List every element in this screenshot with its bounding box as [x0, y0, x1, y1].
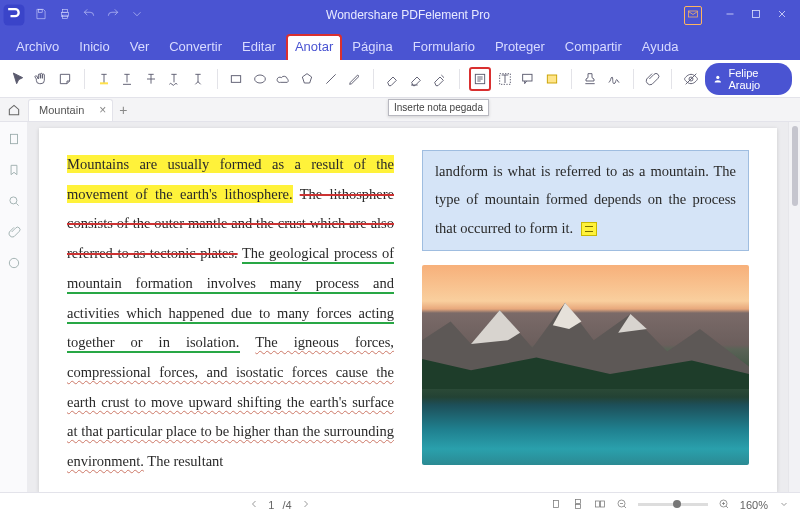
pdf-page: Mountains are usually formed as a result… [39, 128, 777, 492]
menu-ver[interactable]: Ver [120, 34, 160, 60]
app-window: Wondershare PDFelement Pro Archivo Inici… [0, 0, 800, 516]
zoom-out-icon[interactable] [616, 498, 628, 512]
print-icon[interactable] [58, 7, 72, 24]
zoom-slider[interactable] [638, 503, 708, 506]
dropdown-icon[interactable] [130, 7, 144, 24]
hand-tool-icon[interactable] [32, 67, 52, 91]
rect-shape-icon[interactable] [227, 67, 247, 91]
svg-rect-16 [10, 134, 17, 143]
svg-point-15 [716, 75, 719, 78]
menu-archivo[interactable]: Archivo [6, 34, 69, 60]
area-highlight-icon[interactable] [542, 67, 562, 91]
scrollbar-thumb[interactable] [792, 126, 798, 206]
signature-icon[interactable] [604, 67, 624, 91]
menu-compartir[interactable]: Compartir [555, 34, 632, 60]
tab-close-icon[interactable]: × [99, 103, 106, 117]
sticky-note-annotation-icon[interactable] [581, 222, 597, 236]
eraser-1-icon[interactable] [383, 67, 403, 91]
pencil-icon[interactable] [345, 67, 365, 91]
left-sidebar [0, 122, 28, 492]
sticky-note-icon[interactable] [55, 67, 75, 91]
undo-icon[interactable] [82, 7, 96, 24]
hide-annotations-icon[interactable] [681, 67, 701, 91]
svg-rect-8 [232, 75, 241, 82]
menu-convertir[interactable]: Convertir [159, 34, 232, 60]
view-facing-icon[interactable] [594, 498, 606, 512]
user-badge[interactable]: Felipe Araujo [705, 63, 792, 95]
next-page-icon[interactable] [300, 498, 312, 512]
svg-rect-5 [689, 11, 698, 17]
svg-rect-1 [39, 9, 43, 12]
zoom-in-icon[interactable] [718, 498, 730, 512]
callout-icon[interactable] [519, 67, 539, 91]
thumbnails-icon[interactable] [7, 132, 21, 149]
save-icon[interactable] [34, 7, 48, 24]
selected-text-box[interactable]: landform is what is referred to as a mou… [422, 150, 749, 251]
strike-text-icon[interactable] [141, 67, 161, 91]
menu-formulario[interactable]: Formulario [403, 34, 485, 60]
page-current[interactable]: 1 [268, 499, 274, 511]
svg-rect-25 [575, 499, 580, 503]
menu-ayuda[interactable]: Ayuda [632, 34, 689, 60]
line-shape-icon[interactable] [321, 67, 341, 91]
eraser-2-icon[interactable] [407, 67, 427, 91]
polygon-shape-icon[interactable] [298, 67, 318, 91]
body: Mountains are usually formed as a result… [0, 122, 800, 492]
document-viewport[interactable]: Mountains are usually formed as a result… [28, 122, 788, 492]
menu-anotar[interactable]: Anotar [286, 34, 342, 60]
add-tab-button[interactable]: + [119, 102, 127, 118]
svg-rect-27 [595, 501, 599, 507]
page-total: /4 [282, 499, 291, 511]
zoom-dropdown-icon[interactable] [778, 498, 790, 512]
maximize-icon[interactable] [750, 8, 762, 23]
home-icon[interactable] [4, 100, 24, 120]
tab-mountain[interactable]: Mountain × [28, 99, 113, 121]
right-column: landform is what is referred to as a mou… [422, 150, 749, 470]
svg-rect-6 [753, 10, 760, 17]
vertical-scrollbar[interactable] [788, 122, 800, 492]
svg-rect-28 [600, 501, 604, 507]
menu-inicio[interactable]: Inicio [69, 34, 119, 60]
svg-rect-4 [63, 15, 68, 19]
toolbar-tooltip: Inserte nota pegada [388, 99, 489, 116]
attachment-icon[interactable] [643, 67, 663, 91]
tab-label: Mountain [39, 104, 84, 116]
user-name: Felipe Araujo [728, 67, 780, 91]
stamp-icon[interactable] [581, 67, 601, 91]
svg-rect-26 [575, 504, 580, 508]
minimize-icon[interactable] [724, 8, 736, 23]
highlight-text-icon[interactable] [94, 67, 114, 91]
page-navigator: 1 /4 [248, 498, 311, 512]
insert-note-icon[interactable] [469, 67, 491, 91]
underline-text-icon[interactable] [117, 67, 137, 91]
svg-rect-24 [553, 500, 558, 507]
text-box-icon[interactable] [495, 67, 515, 91]
comments-sidebar-icon[interactable] [7, 256, 21, 273]
menu-editar[interactable]: Editar [232, 34, 286, 60]
bookmarks-icon[interactable] [7, 163, 21, 180]
attachments-sidebar-icon[interactable] [7, 225, 21, 242]
zoom-value: 160% [740, 499, 768, 511]
mail-icon[interactable] [684, 6, 702, 25]
squiggle-text-icon[interactable] [165, 67, 185, 91]
search-sidebar-icon[interactable] [7, 194, 21, 211]
eraser-3-icon[interactable] [430, 67, 450, 91]
squiggle-text[interactable]: The igneous forces, compressional forces… [67, 334, 394, 469]
menu-pagina[interactable]: Página [342, 34, 402, 60]
cloud-shape-icon[interactable] [274, 67, 294, 91]
cursor-tool-icon[interactable] [8, 67, 28, 91]
status-bar: 1 /4 160% [0, 492, 800, 516]
svg-point-18 [9, 258, 18, 267]
plain-tail-text: The resultant [147, 453, 223, 469]
view-continuous-icon[interactable] [572, 498, 584, 512]
caret-text-icon[interactable] [188, 67, 208, 91]
prev-page-icon[interactable] [248, 498, 260, 512]
close-icon[interactable] [776, 8, 788, 23]
left-column: Mountains are usually formed as a result… [67, 150, 394, 470]
view-single-icon[interactable] [550, 498, 562, 512]
title-bar: Wondershare PDFelement Pro [0, 0, 800, 30]
svg-rect-13 [547, 75, 556, 83]
menu-proteger[interactable]: Proteger [485, 34, 555, 60]
redo-icon[interactable] [106, 7, 120, 24]
oval-shape-icon[interactable] [250, 67, 270, 91]
